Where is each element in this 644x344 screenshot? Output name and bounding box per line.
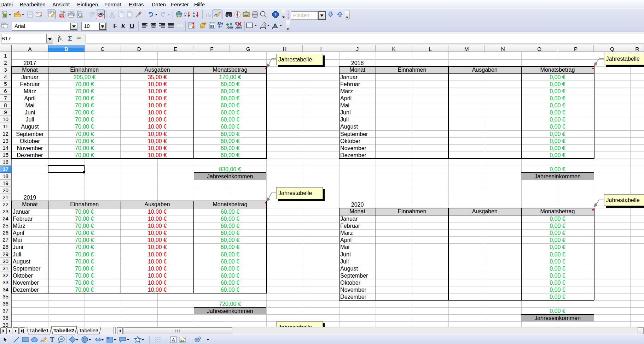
svg-text:0: 0 xyxy=(240,25,242,29)
svg-text:ABC: ABC xyxy=(97,12,104,16)
svg-text:0: 0 xyxy=(235,22,237,25)
svg-text:?: ? xyxy=(274,12,277,17)
svg-text:A: A xyxy=(172,337,175,343)
svg-text:Tabelle2: Tabelle2 xyxy=(53,327,74,333)
svg-text:PDF: PDF xyxy=(60,15,64,17)
svg-text:Tabelle3: Tabelle3 xyxy=(79,327,99,333)
svg-text:.000: .000 xyxy=(226,25,233,29)
svg-text:.00: .00 xyxy=(235,25,240,29)
svg-text:1: 1 xyxy=(211,25,213,28)
svg-text:A: A xyxy=(273,22,277,28)
svg-text:Z: Z xyxy=(193,11,195,14)
svg-text:$%: $% xyxy=(217,22,223,26)
svg-text:Z: Z xyxy=(184,14,186,18)
svg-text:T: T xyxy=(50,336,54,343)
svg-text:fx: fx xyxy=(58,35,62,42)
svg-text:ABC: ABC xyxy=(89,11,95,15)
svg-text:A: A xyxy=(184,11,187,14)
svg-text:A: A xyxy=(193,14,195,18)
svg-text:Tabelle1: Tabelle1 xyxy=(29,327,49,333)
